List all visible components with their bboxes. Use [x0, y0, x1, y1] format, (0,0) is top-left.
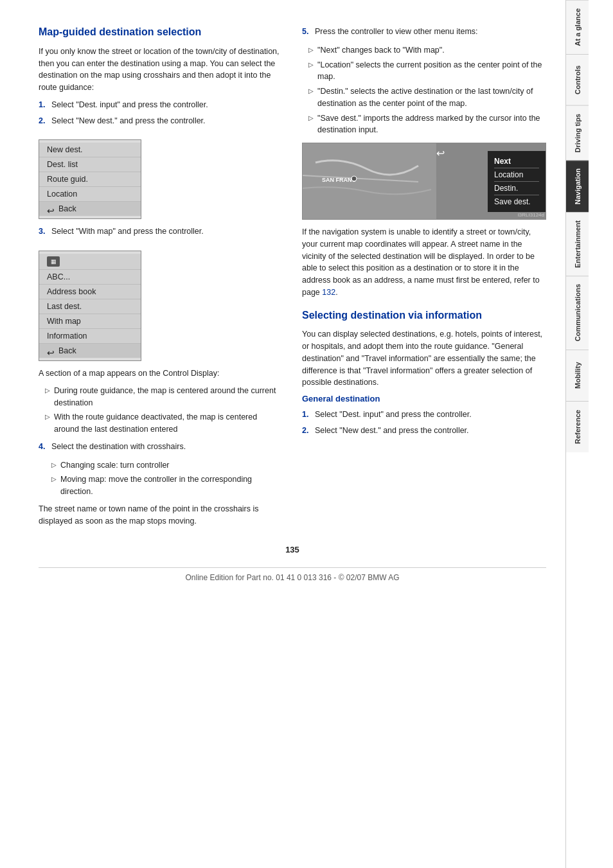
menu-item-information[interactable]: Information: [39, 329, 141, 344]
menu-box-2: ▦ ABC... Address book Last dest. With ma…: [39, 251, 141, 361]
sidebar-tab-reference[interactable]: Reference: [566, 401, 589, 452]
map-back-icon: ↩: [436, 147, 445, 159]
menu-item-abc[interactable]: ABC...: [39, 270, 141, 285]
menu-map-icon-row: ▦: [39, 254, 141, 270]
general-dest-step2: 2. Select "New dest." and press the cont…: [302, 425, 546, 437]
map-menu-save-dest[interactable]: Save dest.: [494, 195, 539, 208]
step-5: 5. Press the controller to view other me…: [302, 26, 546, 38]
page-number: 135: [39, 545, 546, 554]
step-4: 4. Select the destination with crosshair…: [39, 441, 283, 453]
map-menu-location[interactable]: Location: [494, 168, 539, 182]
step5-bullet1: "Next" changes back to "With map".: [308, 44, 546, 57]
main-content: Map-guided destination selection If you …: [0, 0, 565, 868]
svg-text:SAN FRANC: SAN FRANC: [322, 177, 356, 183]
menu-item-with-map[interactable]: With map: [39, 314, 141, 329]
gen-step1-num: 1.: [302, 409, 308, 421]
bullet1-item1: During route guidance, the map is center…: [45, 385, 283, 409]
svg-point-2: [351, 176, 357, 181]
left-steps-list: 1. Select "Dest. input" and press the co…: [39, 99, 283, 127]
step4-bullet1: Changing scale: turn controller: [51, 459, 283, 472]
menu-item-dest-list[interactable]: Dest. list: [39, 157, 141, 172]
menu-box-1: New dest. Dest. list Route guid. Locatio…: [39, 139, 141, 219]
step5-bullet2: "Location" selects the current position …: [308, 59, 546, 84]
step-2-num: 2.: [39, 115, 45, 127]
left-column: Map-guided destination selection If you …: [39, 26, 283, 532]
step-4-num: 4.: [39, 441, 45, 453]
step4-bullets: Changing scale: turn controller Moving m…: [39, 459, 283, 498]
sidebar-tab-navigation[interactable]: Navigation: [566, 160, 589, 212]
two-column-layout: Map-guided destination selection If you …: [39, 26, 546, 532]
step4-list: 4. Select the destination with crosshair…: [39, 441, 283, 453]
map-roads-svg: SAN FRANC: [303, 143, 436, 219]
sidebar-tab-at-a-glance[interactable]: At a glance: [566, 0, 589, 54]
section2-title: Selecting destination via information: [302, 309, 546, 323]
menu-item-back-2[interactable]: ↩ Back: [39, 344, 141, 358]
step4-note: The street name or town name of the poin…: [39, 503, 283, 527]
menu-item-route-guid[interactable]: Route guid.: [39, 172, 141, 187]
bullet1-item2: With the route guidance deactivated, the…: [45, 411, 283, 436]
step3-list: 3. Select "With map" and press the contr…: [39, 226, 283, 238]
gen-step2-num: 2.: [302, 425, 308, 437]
map-screenshot: N A SAN FRANC ↩: [302, 143, 546, 220]
step5-bullet4: "Save dest." imports the address marked …: [308, 112, 546, 137]
step-1: 1. Select "Dest. input" and press the co…: [39, 99, 283, 111]
back-icon-1: ↩: [47, 206, 56, 212]
back-icon-2: ↩: [47, 348, 56, 354]
menu-item-location[interactable]: Location: [39, 187, 141, 202]
step-2: 2. Select "New dest." and press the cont…: [39, 115, 283, 127]
left-section-title: Map-guided destination selection: [39, 26, 283, 39]
page-ref-link[interactable]: 132: [322, 288, 335, 297]
sidebar-tab-driving-tips[interactable]: Driving tips: [566, 105, 589, 161]
menu-item-last-dest[interactable]: Last dest.: [39, 299, 141, 314]
right-column: 5. Press the controller to view other me…: [302, 26, 546, 532]
step4-bullet2: Moving map: move the controller in the c…: [51, 474, 283, 498]
image-id: I3RLI3124d: [518, 212, 544, 218]
general-dest-step1: 1. Select "Dest. input" and press the co…: [302, 409, 546, 421]
step-1-num: 1.: [39, 99, 45, 111]
menu-item-new-dest[interactable]: New dest.: [39, 143, 141, 157]
step-3: 3. Select "With map" and press the contr…: [39, 226, 283, 238]
sidebar-tab-controls[interactable]: Controls: [566, 54, 589, 105]
after-menu2-text: A section of a map appears on the Contro…: [39, 368, 283, 380]
map-menu-destin[interactable]: Destin.: [494, 182, 539, 195]
step5-list: 5. Press the controller to view other me…: [302, 26, 546, 38]
step-5-num: 5.: [302, 26, 308, 38]
general-dest-steps: 1. Select "Dest. input" and press the co…: [302, 409, 546, 437]
map-overlay-menu: Next Location Destin. Save dest.: [488, 151, 546, 212]
general-dest-title: General destination: [302, 394, 546, 403]
step5-bullet3: "Destin." selects the active destination…: [308, 85, 546, 110]
step5-bullets: "Next" changes back to "With map". "Loca…: [302, 44, 546, 136]
step-3-num: 3.: [39, 226, 45, 238]
sidebar-tab-communications[interactable]: Communications: [566, 276, 589, 349]
menu-item-back-1[interactable]: ↩ Back: [39, 202, 141, 216]
left-intro: If you only know the street or location …: [39, 46, 283, 94]
sidebar-tab-mobility[interactable]: Mobility: [566, 350, 589, 401]
menu-item-address-book[interactable]: Address book: [39, 285, 141, 299]
right-sidebar: At a glance Controls Driving tips Naviga…: [565, 0, 589, 868]
footnote: Online Edition for Part no. 01 41 0 013 …: [39, 567, 546, 582]
map-terrain-area: N A SAN FRANC: [303, 143, 436, 219]
map-menu-next[interactable]: Next: [494, 155, 539, 168]
sidebar-tab-entertainment[interactable]: Entertainment: [566, 212, 589, 276]
bullets1-list: During route guidance, the map is center…: [39, 385, 283, 436]
page-container: Map-guided destination selection If you …: [0, 0, 613, 868]
map-icon: ▦: [47, 256, 60, 267]
section2-intro: You can display selected destinations, e…: [302, 328, 546, 389]
after-map-text: If the navigation system is unable to id…: [302, 226, 546, 299]
